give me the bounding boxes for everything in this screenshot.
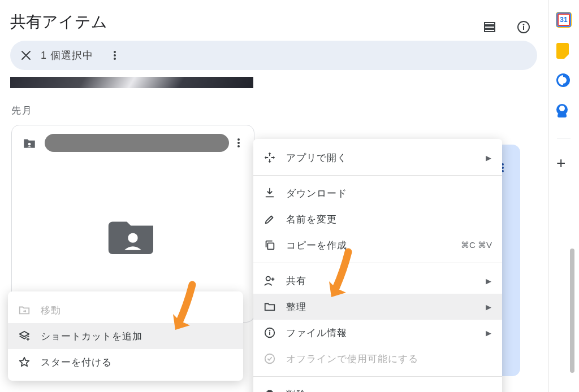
- svg-rect-0: [485, 23, 495, 25]
- menu-item-label: 名前を変更: [286, 213, 492, 226]
- menu-item-label: 移動: [41, 304, 233, 317]
- menu-item-label: コピーを作成: [286, 239, 461, 252]
- svg-point-18: [266, 277, 270, 281]
- google-side-panel: 31 +: [548, 0, 579, 392]
- svg-point-12: [28, 143, 31, 146]
- selection-count-text: 1 個選択中: [41, 49, 93, 62]
- menu-item-label: 削除: [286, 388, 492, 393]
- header-actions: [478, 16, 535, 38]
- contacts-app-button[interactable]: [556, 104, 571, 119]
- more-vert-icon: [233, 137, 244, 149]
- tasks-icon: [556, 73, 570, 87]
- menu-item-label: 共有: [286, 275, 486, 288]
- organize-submenu: 移動 ショートカットを追加 スターを付ける: [8, 291, 243, 381]
- menu-item-label: オフラインで使用可能にする: [286, 352, 492, 365]
- download-icon: [263, 187, 276, 199]
- file-card-header: [12, 125, 254, 160]
- person-add-icon: [263, 275, 276, 287]
- chevron-right-icon: ▶: [486, 277, 492, 285]
- menu-item-download[interactable]: ダウンロード: [253, 180, 502, 206]
- calendar-app-button[interactable]: 31: [556, 12, 571, 27]
- menu-item-share[interactable]: 共有 ▶: [253, 268, 502, 294]
- star-icon: [18, 356, 31, 368]
- svg-point-16: [128, 233, 137, 243]
- offline-icon: [263, 352, 276, 365]
- selection-bar: 1 個選択中: [10, 41, 537, 70]
- more-vert-icon: [109, 50, 120, 61]
- info-icon: [263, 326, 276, 339]
- copy-icon: [263, 239, 276, 251]
- tasks-app-button[interactable]: [556, 73, 571, 88]
- menu-item-delete[interactable]: 削除: [253, 381, 502, 392]
- move-icon: [18, 304, 31, 316]
- open-with-icon: [263, 151, 276, 164]
- menu-item-label: ファイル情報: [286, 326, 486, 339]
- get-addons-button[interactable]: +: [556, 154, 571, 169]
- svg-point-13: [237, 138, 240, 141]
- shared-folder-icon: [22, 136, 37, 150]
- svg-rect-21: [269, 332, 270, 336]
- list-layout-icon: [483, 20, 496, 34]
- info-icon: [517, 20, 530, 34]
- file-card-body: [12, 160, 254, 307]
- submenu-item-move: 移動: [8, 297, 243, 323]
- layout-toggle-button[interactable]: [478, 16, 501, 38]
- sidepanel-scrollbar[interactable]: [570, 249, 574, 373]
- svg-point-7: [114, 54, 116, 56]
- main-area: 共有アイテム 1 個選択中 先月: [0, 0, 547, 392]
- contacts-icon: [556, 104, 568, 115]
- svg-point-15: [237, 145, 240, 147]
- svg-point-20: [269, 330, 270, 331]
- file-card-more-button[interactable]: [229, 133, 248, 153]
- plus-icon: +: [556, 154, 571, 172]
- file-card-title-redacted: [45, 134, 229, 152]
- svg-rect-17: [267, 243, 274, 249]
- menu-item-open-with[interactable]: アプリで開く ▶: [253, 145, 502, 171]
- delete-icon: [263, 388, 276, 392]
- svg-rect-1: [485, 26, 495, 28]
- selection-close-button[interactable]: [15, 44, 37, 67]
- menu-item-label: ダウンロード: [286, 187, 492, 200]
- menu-item-organize[interactable]: 整理 ▶: [253, 294, 502, 320]
- submenu-item-add-shortcut[interactable]: ショートカットを追加: [8, 323, 243, 349]
- thumbnail-strip: [10, 77, 537, 88]
- svg-rect-5: [523, 26, 524, 30]
- chevron-right-icon: ▶: [486, 303, 492, 311]
- svg-point-8: [114, 58, 116, 60]
- menu-separator: [253, 263, 502, 263]
- svg-rect-2: [485, 29, 495, 32]
- close-icon: [20, 50, 32, 61]
- menu-separator: [253, 175, 502, 176]
- context-menu: アプリで開く ▶ ダウンロード 名前を変更 コピーを作成 ⌘C ⌘V 共有 ▶ …: [253, 139, 502, 392]
- page-title: 共有アイテム: [0, 0, 547, 41]
- svg-point-14: [237, 142, 240, 144]
- submenu-item-star[interactable]: スターを付ける: [8, 349, 243, 375]
- shared-folder-large-icon: [107, 214, 158, 254]
- menu-separator: [253, 376, 502, 377]
- add-shortcut-icon: [18, 330, 31, 342]
- chevron-right-icon: ▶: [486, 154, 492, 162]
- thumbnail-preview[interactable]: [10, 77, 253, 88]
- keep-app-button[interactable]: [556, 43, 571, 58]
- keep-icon: [556, 43, 569, 59]
- svg-point-6: [114, 51, 116, 53]
- folder-icon: [263, 300, 276, 313]
- calendar-icon: 31: [556, 12, 571, 27]
- selection-more-button[interactable]: [103, 44, 126, 67]
- menu-item-label: ショートカットを追加: [41, 330, 233, 343]
- menu-item-shortcut: ⌘C ⌘V: [461, 240, 492, 250]
- menu-item-offline: オフラインで使用可能にする: [253, 346, 502, 372]
- menu-item-rename[interactable]: 名前を変更: [253, 206, 502, 232]
- menu-item-label: アプリで開く: [286, 151, 486, 164]
- section-label-last-month: 先月: [0, 88, 547, 125]
- chevron-right-icon: ▶: [486, 329, 492, 337]
- svg-point-4: [523, 24, 525, 25]
- menu-item-make-copy[interactable]: コピーを作成 ⌘C ⌘V: [253, 232, 502, 258]
- sidepanel-separator: [557, 138, 571, 138]
- info-button[interactable]: [512, 16, 535, 38]
- menu-item-label: 整理: [286, 300, 486, 313]
- menu-item-label: スターを付ける: [41, 356, 233, 369]
- edit-icon: [263, 213, 276, 225]
- menu-item-file-info[interactable]: ファイル情報 ▶: [253, 320, 502, 346]
- svg-point-22: [265, 354, 275, 364]
